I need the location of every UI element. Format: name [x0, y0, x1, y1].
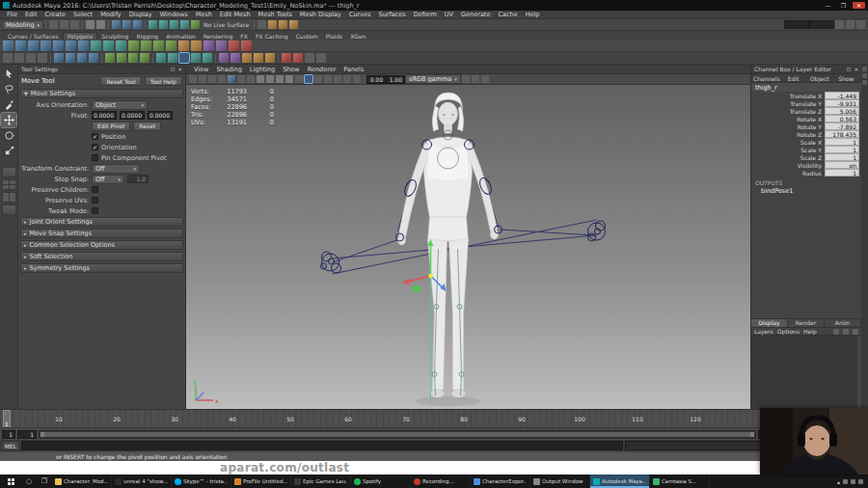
pin-component-pivot-checkbox[interactable]	[92, 154, 98, 161]
polygon-cube-icon[interactable]	[15, 41, 26, 51]
viewport-menu-renderer[interactable]: Renderer	[304, 66, 340, 73]
extrude-surface-icon[interactable]	[140, 53, 149, 63]
make-live-icon[interactable]	[191, 20, 200, 29]
viewport-menu-lighting[interactable]: Lighting	[246, 66, 279, 73]
tray-chevron-icon[interactable]: ▴	[837, 478, 840, 485]
textured-mode-icon[interactable]	[314, 75, 322, 83]
3d-viewport-canvas[interactable]: Verts:117930 Edges:345710 Faces:228960 T…	[186, 85, 750, 409]
command-line-input[interactable]	[21, 441, 623, 450]
exposure-field[interactable]: 0.00	[366, 75, 386, 84]
gate-mask-icon[interactable]	[285, 75, 293, 83]
platonic-solid-icon[interactable]	[91, 41, 101, 51]
redo-icon[interactable]	[96, 20, 105, 29]
grease-pencil-icon[interactable]	[247, 75, 255, 83]
quad-draw-icon[interactable]	[241, 41, 252, 51]
attribute-editor-toggle-icon[interactable]	[846, 20, 854, 29]
output-node[interactable]: bindPose1	[751, 186, 861, 196]
xray-joints-icon[interactable]	[481, 75, 489, 83]
layers-menu[interactable]: Layers	[754, 328, 773, 335]
taskbar-item-skype[interactable]: Skype™ - trista...	[172, 474, 231, 488]
shelf-tab-curves-surfaces[interactable]: Curves / Surfaces	[4, 33, 63, 40]
smooth-shade-mode-icon[interactable]	[305, 75, 312, 83]
network-icon[interactable]	[851, 479, 855, 484]
gamma-field[interactable]: 1.00	[386, 75, 405, 84]
preserve-uvs-checkbox[interactable]	[92, 197, 98, 203]
select-by-component-icon[interactable]	[133, 20, 142, 29]
bridge-icon[interactable]	[216, 41, 227, 51]
polygon-disc-icon[interactable]	[78, 41, 89, 51]
snap-to-curve-icon[interactable]	[159, 20, 168, 29]
snap-to-view-plane-icon[interactable]	[180, 20, 189, 29]
task-view-icon[interactable]: ❐	[37, 477, 52, 485]
xray-toggle-icon[interactable]	[472, 75, 479, 83]
soft-select-icon[interactable]	[219, 53, 229, 63]
grid-toggle-icon[interactable]	[257, 75, 264, 83]
position-checkbox[interactable]: ✓	[92, 133, 98, 140]
curve-cv-icon[interactable]	[3, 53, 13, 63]
viewport-menu-view[interactable]: View	[190, 66, 212, 73]
menu-cache[interactable]: Cache	[494, 11, 521, 18]
shelf-tab-rigging[interactable]: Rigging	[132, 33, 162, 40]
pencil-curve-icon[interactable]	[26, 53, 36, 63]
tool-settings-toggle-icon[interactable]	[856, 20, 865, 29]
menu-windows[interactable]: Windows	[156, 11, 192, 18]
polygon-cylinder-icon[interactable]	[28, 41, 39, 51]
sculpt-brush-icon[interactable]	[242, 53, 252, 63]
range-end-handle[interactable]	[750, 432, 754, 437]
reset-transformations-icon[interactable]	[316, 53, 326, 63]
arc-tool-icon[interactable]	[38, 53, 47, 63]
shelf-tab-fx[interactable]: FX	[236, 33, 252, 40]
section-joint-orient-settings[interactable]: ▸ Joint Orient Settings	[20, 217, 183, 227]
combine-icon[interactable]	[153, 41, 164, 51]
channel-value-field[interactable]: 178.435	[825, 130, 859, 138]
tab-anim[interactable]: Anim	[825, 319, 861, 327]
range-slider-track[interactable]	[39, 430, 756, 439]
shelf-tab-sculpting[interactable]: Sculpting	[97, 33, 132, 40]
pivot-x-field[interactable]: 0.0000	[92, 111, 117, 120]
section-symmetry-settings[interactable]: ▸ Symmetry Settings	[20, 263, 183, 273]
reset-pivot-button[interactable]: Reset	[133, 122, 161, 131]
channel-value-field[interactable]: -7.892	[825, 122, 859, 130]
taskbar-item-character-exporter[interactable]: CharacterExpor...	[471, 474, 530, 488]
nurbs-cube-icon[interactable]	[66, 53, 75, 63]
range-slider-bar[interactable]	[41, 432, 754, 437]
grab-brush-icon[interactable]	[265, 53, 275, 63]
screen-space-ao-icon[interactable]	[343, 75, 351, 83]
extrude-icon[interactable]	[191, 41, 202, 51]
rotate-tool-button[interactable]	[1, 128, 16, 143]
shelf-tab-fx-caching[interactable]: FX Caching	[252, 33, 292, 40]
lasso-tool-button[interactable]	[1, 82, 16, 96]
camera-attributes-icon[interactable]	[208, 75, 216, 83]
shelf-tab-rendering[interactable]: Rendering	[200, 33, 237, 40]
menu-help[interactable]: Help	[522, 11, 544, 18]
menu-file[interactable]: File	[3, 11, 21, 18]
channel-value-field[interactable]: -9.931	[825, 99, 859, 107]
object-menu[interactable]: Object	[806, 75, 832, 82]
select-tool-button[interactable]	[1, 67, 16, 81]
quick-selection-field[interactable]	[784, 20, 809, 29]
preserve-children-checkbox[interactable]	[92, 186, 98, 193]
super-ellipse-icon[interactable]	[103, 41, 114, 51]
taskbar-item-profile[interactable]: ProFile Untitled...	[231, 474, 291, 488]
time-slider[interactable]: 1 10 20 30 40 50 60 70 80 90 100 110 120	[0, 409, 868, 427]
multi-cut-icon[interactable]	[229, 41, 239, 51]
nurbs-plane-icon[interactable]	[89, 53, 98, 63]
playback-start-field[interactable]: 1	[17, 430, 37, 439]
new-scene-icon[interactable]	[49, 20, 58, 29]
step-snap-dropdown[interactable]: Off ▾	[92, 175, 124, 184]
channel-box-tab-icon[interactable]	[862, 80, 867, 85]
smooth-icon[interactable]	[178, 41, 189, 51]
menu-create[interactable]: Create	[41, 11, 69, 18]
resolution-gate-icon[interactable]	[276, 75, 284, 83]
shelf-tab-animation[interactable]: Animation	[162, 33, 200, 40]
shelf-tab-custom[interactable]: Custom	[292, 33, 322, 40]
dock-panel-icon[interactable]: ⊡	[171, 67, 176, 72]
menu-select[interactable]: Select	[69, 11, 96, 18]
step-snap-size-field[interactable]: 1.0	[127, 175, 149, 183]
target-weld-icon[interactable]	[191, 53, 201, 63]
battery-icon[interactable]	[858, 479, 863, 484]
motion-blur-toggle-icon[interactable]	[353, 75, 361, 83]
channel-value-field[interactable]: 1	[825, 146, 859, 153]
boolean-difference-icon[interactable]	[141, 41, 151, 51]
ipr-render-icon[interactable]	[279, 20, 287, 29]
